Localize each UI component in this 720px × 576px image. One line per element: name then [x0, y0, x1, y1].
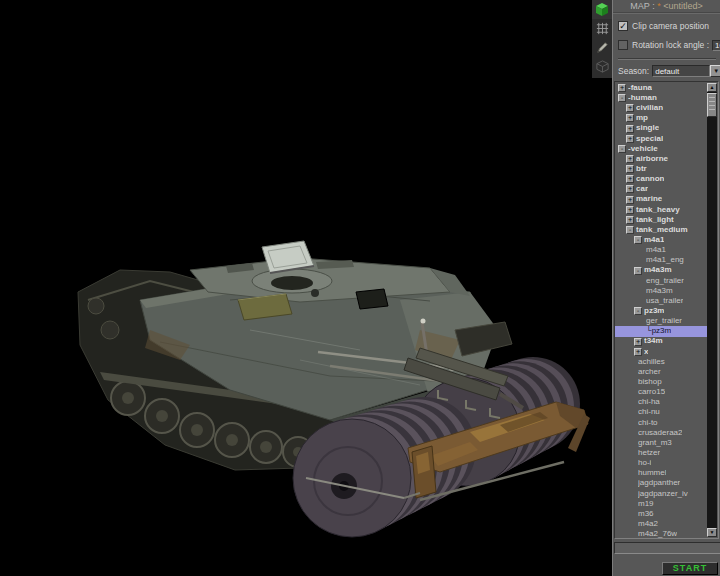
season-value: default — [652, 65, 710, 77]
start-button[interactable]: START — [662, 562, 718, 575]
tree-item-bishop[interactable]: bishop — [615, 377, 707, 387]
tree-item-m4a3m[interactable]: -m4a3m — [615, 266, 707, 276]
expand-icon[interactable]: + — [626, 175, 634, 183]
collapse-icon[interactable]: - — [634, 267, 642, 275]
tree-item-chi-to[interactable]: chi-to — [615, 418, 707, 428]
tree-item-label: jagdpanther — [638, 478, 680, 488]
tree-item-label: airborne — [636, 154, 668, 164]
scroll-up-icon[interactable]: ▲ — [707, 83, 717, 92]
tool-grid-mode[interactable] — [592, 19, 612, 38]
expand-icon[interactable]: + — [634, 348, 642, 356]
tree-item-chi-nu[interactable]: chi-nu — [615, 408, 707, 418]
scrollbar-thumb[interactable] — [707, 93, 717, 117]
tree-item-label: hetzer — [638, 448, 660, 458]
tree-item-m4a2_76w[interactable]: m4a2_76w — [615, 529, 707, 539]
tree-item-m4a1[interactable]: m4a1 — [615, 245, 707, 255]
chevron-down-icon[interactable]: ▼ — [710, 65, 720, 77]
expand-icon[interactable]: + — [618, 84, 626, 92]
tree-item-car[interactable]: +car — [615, 184, 707, 194]
tree-item-fauna[interactable]: +-fauna — [615, 83, 707, 93]
tool-wireframe-mode[interactable] — [592, 57, 612, 76]
tree-item-label: m36 — [638, 509, 654, 519]
tree-item-mp[interactable]: +mp — [615, 113, 707, 123]
tool-edit-mode[interactable] — [592, 38, 612, 57]
tree-item-tank_light[interactable]: +tank_light — [615, 215, 707, 225]
collapse-icon[interactable]: - — [626, 226, 634, 234]
tree-item-jagdpanther[interactable]: jagdpanther — [615, 478, 707, 488]
tree-item-label: civilian — [636, 103, 663, 113]
tool-object-mode[interactable] — [592, 0, 612, 19]
season-label: Season: — [618, 66, 649, 76]
expand-icon[interactable]: + — [626, 185, 634, 193]
tree-item-marine[interactable]: +marine — [615, 195, 707, 205]
rotation-lock-checkbox[interactable] — [618, 40, 628, 50]
tree-item-ho-i[interactable]: ho-i — [615, 458, 707, 468]
tree-item-chi-ha[interactable]: chi-ha — [615, 397, 707, 407]
tree-item-archer[interactable]: archer — [615, 367, 707, 377]
expand-icon[interactable]: + — [634, 338, 642, 346]
collapse-icon[interactable]: - — [618, 145, 626, 153]
tree-item-label: marine — [636, 195, 662, 205]
tree-item-tank_heavy[interactable]: +tank_heavy — [615, 205, 707, 215]
tree-item-usa_trailer[interactable]: usa_trailer — [615, 296, 707, 306]
tree-item-label: special — [636, 134, 663, 144]
tree-item-m36[interactable]: m36 — [615, 509, 707, 519]
tree-item-m4a1_eng[interactable]: m4a1_eng — [615, 255, 707, 265]
viewport-3d[interactable] — [0, 0, 592, 576]
tree-item-cannon[interactable]: +cannon — [615, 174, 707, 184]
collapse-icon[interactable]: - — [634, 236, 642, 244]
expand-icon[interactable]: + — [626, 196, 634, 204]
tree-scrollbar[interactable]: ▲ ▼ — [707, 83, 717, 537]
expand-icon[interactable]: + — [626, 165, 634, 173]
expand-icon[interactable]: + — [626, 135, 634, 143]
tree-item-m4a1[interactable]: -m4a1 — [615, 235, 707, 245]
tree-item-special[interactable]: +special — [615, 134, 707, 144]
tree-item-carro15[interactable]: carro15 — [615, 387, 707, 397]
tree-item-jagdpanzer_iv[interactable]: jagdpanzer_iv — [615, 489, 707, 499]
tree-item-pz3m[interactable]: -pz3m — [615, 306, 707, 316]
tree-item-label: grant_m3 — [638, 438, 672, 448]
expand-icon[interactable]: + — [626, 155, 634, 163]
expand-icon[interactable]: + — [626, 125, 634, 133]
tree-item-ger_trailer[interactable]: ger_trailer — [615, 316, 707, 326]
tree-item-m4a2[interactable]: m4a2 — [615, 519, 707, 529]
tree-item-t34m[interactable]: +t34m — [615, 337, 707, 347]
expand-icon[interactable]: + — [626, 114, 634, 122]
tree-item-achilles[interactable]: achilles — [615, 357, 707, 367]
season-dropdown[interactable]: default ▼ — [652, 65, 720, 77]
clip-camera-row: ✓ Clip camera position — [618, 20, 716, 32]
tree-item-crusaderaa2[interactable]: crusaderaa2 — [615, 428, 707, 438]
tree-item-label: pz3m — [644, 306, 664, 316]
tree-item-grant_m3[interactable]: grant_m3 — [615, 438, 707, 448]
collapse-icon[interactable]: - — [634, 307, 642, 315]
tree-item-tank_medium[interactable]: -tank_medium — [615, 225, 707, 235]
collapse-icon[interactable]: - — [618, 94, 626, 102]
expand-icon[interactable]: + — [626, 216, 634, 224]
tree-item-btr[interactable]: +btr — [615, 164, 707, 174]
tree-item-label: └pz3m — [646, 326, 671, 336]
tree-item-single[interactable]: +single — [615, 124, 707, 134]
tree-item-eng_trailer[interactable]: eng_trailer — [615, 276, 707, 286]
tree-item-label: mp — [636, 113, 648, 123]
tree-item-label: -human — [628, 93, 657, 103]
search-input[interactable] — [614, 542, 720, 554]
left-toolbar — [592, 0, 612, 78]
tree-item-label: m4a2_76w — [638, 529, 677, 539]
tree-item-human[interactable]: --human — [615, 93, 707, 103]
tree-item-hetzer[interactable]: hetzer — [615, 448, 707, 458]
divider — [618, 58, 716, 60]
tree-item-civilian[interactable]: +civilian — [615, 103, 707, 113]
tree-item-x[interactable]: +x — [615, 347, 707, 357]
tree-item-pz3m[interactable]: └pz3m — [615, 326, 707, 336]
rotation-angle-input[interactable] — [712, 40, 720, 51]
tree-item-vehicle[interactable]: --vehicle — [615, 144, 707, 154]
clip-camera-checkbox[interactable]: ✓ — [618, 21, 628, 31]
scroll-down-icon[interactable]: ▼ — [707, 528, 717, 537]
tree-item-m4a3m[interactable]: m4a3m — [615, 286, 707, 296]
tree-item-m19[interactable]: m19 — [615, 499, 707, 509]
tree-item-airborne[interactable]: +airborne — [615, 154, 707, 164]
camera-controls: ✓ Clip camera position Rotation lock ang… — [613, 13, 720, 77]
expand-icon[interactable]: + — [626, 104, 634, 112]
expand-icon[interactable]: + — [626, 206, 634, 214]
tree-item-hummel[interactable]: hummel — [615, 468, 707, 478]
